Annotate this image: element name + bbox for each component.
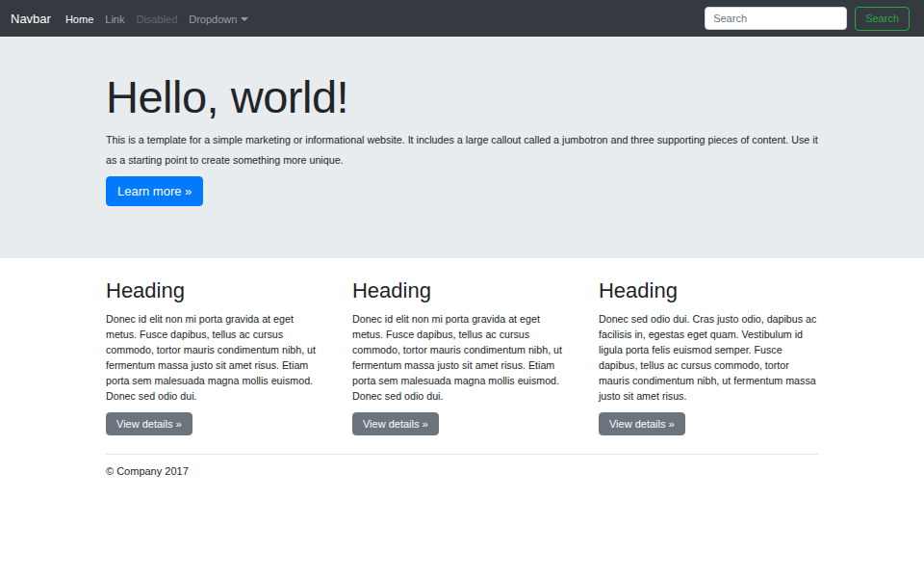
jumbotron: Hello, world! This is a template for a s… xyxy=(0,37,924,258)
caret-down-icon xyxy=(241,17,248,21)
column-heading: Heading xyxy=(106,278,325,303)
footer: © Company 2017 xyxy=(106,465,818,477)
learn-more-button[interactable]: Learn more » xyxy=(106,176,203,206)
nav-item-link[interactable]: Link xyxy=(99,10,130,29)
main-content: Heading Donec id elit non mi porta gravi… xyxy=(91,258,833,477)
footer-divider xyxy=(106,454,818,455)
column-text: Donec sed odio dui. Cras justo odio, dap… xyxy=(599,311,818,404)
navbar: Navbar Home Link Disabled Dropdown Searc… xyxy=(0,0,924,37)
view-details-button-1[interactable]: View details » xyxy=(106,412,192,435)
search-input[interactable] xyxy=(705,7,847,30)
nav-item-disabled: Disabled xyxy=(130,10,183,29)
jumbotron-lead: This is a template for a simple marketin… xyxy=(106,130,818,171)
nav-item-home[interactable]: Home xyxy=(60,10,99,29)
jumbotron-title: Hello, world! xyxy=(106,71,818,123)
navbar-nav: Home Link Disabled Dropdown xyxy=(60,10,254,27)
column-text: Donec id elit non mi porta gravida at eg… xyxy=(106,311,325,404)
navbar-search-form: Search xyxy=(705,7,910,31)
search-button[interactable]: Search xyxy=(855,7,910,31)
column-heading: Heading xyxy=(352,278,572,303)
nav-item-dropdown[interactable]: Dropdown xyxy=(183,10,254,29)
footer-copyright: © Company 2017 xyxy=(106,465,818,477)
view-details-button-2[interactable]: View details » xyxy=(352,412,439,435)
column-1: Heading Donec id elit non mi porta gravi… xyxy=(92,258,339,435)
column-3: Heading Donec sed odio dui. Cras justo o… xyxy=(585,258,832,435)
content-columns: Heading Donec id elit non mi porta gravi… xyxy=(92,258,832,435)
dropdown-label: Dropdown xyxy=(189,13,237,25)
navbar-brand[interactable]: Navbar xyxy=(11,12,51,26)
column-2: Heading Donec id elit non mi porta gravi… xyxy=(339,258,585,435)
column-heading: Heading xyxy=(599,278,818,303)
view-details-button-3[interactable]: View details » xyxy=(599,412,685,435)
column-text: Donec id elit non mi porta gravida at eg… xyxy=(352,311,572,404)
